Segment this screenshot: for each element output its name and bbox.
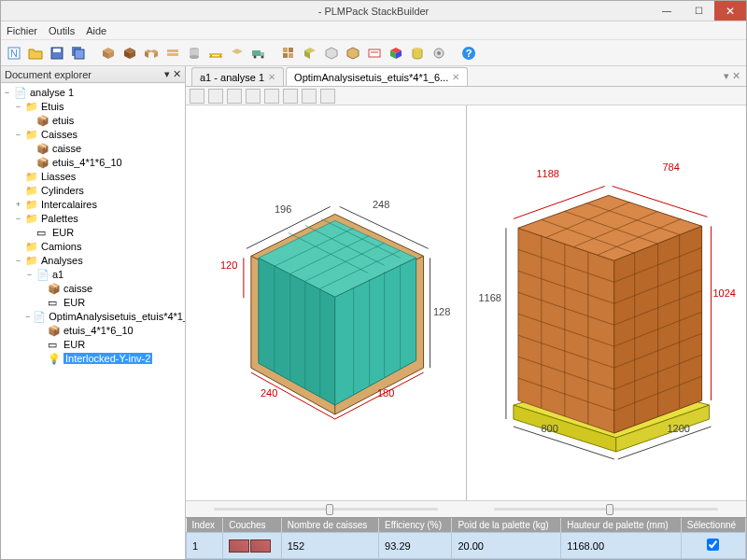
box-brown-icon[interactable] [99, 44, 118, 63]
tree-etuis-item[interactable]: etuis [52, 115, 74, 126]
svg-rect-6 [167, 49, 178, 52]
col-weight[interactable]: Poid de la palette (kg) [452, 518, 561, 533]
close-icon[interactable]: ✕ [268, 72, 275, 82]
col-eff[interactable]: Efficiency (%) [379, 518, 452, 533]
col-index[interactable]: Index [187, 518, 223, 533]
sheet-icon[interactable] [228, 44, 247, 63]
tree-caisses[interactable]: Caisses [41, 129, 78, 140]
analysis4-icon[interactable] [344, 44, 362, 63]
table-row[interactable]: 1 152 93.29 20.00 1168.00 [187, 533, 746, 559]
dim-1200: 1200 [668, 423, 690, 434]
cell-index: 1 [187, 533, 223, 559]
box-closed-icon[interactable] [120, 44, 139, 63]
analysis3-icon[interactable] [322, 44, 341, 63]
svg-rect-11 [209, 53, 222, 55]
explorer-title: Document explorer [5, 69, 92, 80]
maximize-button[interactable]: ☐ [683, 1, 714, 21]
tree-a1-eur[interactable]: EUR [63, 297, 85, 308]
view-btn-3[interactable] [227, 89, 242, 104]
menu-tools[interactable]: Outils [49, 25, 75, 36]
tree-cylinders[interactable]: Cylinders [41, 185, 84, 196]
tree-etuis[interactable]: Etuis [41, 101, 63, 112]
help-icon[interactable]: ? [459, 44, 478, 63]
col-layers[interactable]: Couches [223, 518, 282, 533]
analysis-icon[interactable] [279, 44, 298, 63]
tree-optim-item[interactable]: etuis_4*1*6_10 [63, 325, 134, 336]
db-icon[interactable] [408, 44, 427, 63]
tree-camions[interactable]: Camions [41, 241, 81, 252]
results-grid: Index Couches Nombre de caisses Efficien… [186, 517, 746, 560]
slider-row [186, 500, 746, 517]
tree-palettes[interactable]: Palettes [41, 213, 78, 224]
svg-rect-7 [167, 53, 178, 56]
svg-rect-20 [289, 48, 293, 52]
pallet-yellow-icon[interactable] [206, 44, 225, 63]
box-group-icon[interactable] [142, 44, 161, 63]
dim-248: 248 [373, 199, 389, 210]
open-icon[interactable] [26, 44, 45, 63]
tree-root[interactable]: analyse 1 [30, 87, 74, 98]
tree-liasses[interactable]: Liasses [41, 171, 76, 182]
tree-caisse-item2[interactable]: etuis_4*1*6_10 [52, 157, 122, 168]
view-btn-5[interactable] [264, 89, 279, 104]
tree-analyses[interactable]: Analyses [41, 255, 83, 266]
view-pane-box[interactable]: 196 248 120 128 240 180 [186, 105, 467, 500]
tree-eur[interactable]: EUR [52, 227, 74, 238]
tree-caisse-item[interactable]: caisse [52, 143, 81, 154]
cell-weight: 20.00 [452, 533, 561, 559]
tree-view[interactable]: −📄analyse 1 −📁Etuis 📦etuis −📁Caisses 📦ca… [1, 83, 185, 559]
view-btn-7[interactable] [302, 89, 317, 104]
dim-1168: 1168 [479, 292, 501, 303]
main-area: a1 - analyse 1✕ OptimAnalysisetuis_etuis… [186, 66, 746, 559]
bundle-icon[interactable] [163, 44, 182, 63]
minimize-button[interactable]: — [651, 1, 683, 21]
explorer-pin-icon[interactable]: ▾ ✕ [164, 68, 181, 80]
tree-selected[interactable]: Interlocked-Y-inv-2 [63, 353, 152, 364]
col-sel[interactable]: Sélectionné [681, 518, 745, 533]
view-btn-4[interactable] [246, 89, 261, 104]
svg-rect-13 [210, 55, 212, 57]
settings-icon[interactable] [430, 44, 448, 63]
svg-point-27 [437, 51, 441, 55]
col-height[interactable]: Hauteur de palette (mm) [561, 518, 682, 533]
svg-rect-21 [283, 53, 288, 58]
dim-120: 120 [220, 259, 237, 271]
tree-inter[interactable]: Intercalaires [41, 199, 97, 210]
document-explorer: Document explorer ▾ ✕ −📄analyse 1 −📁Etui… [1, 66, 186, 559]
menu-file[interactable]: Fichier [7, 25, 37, 36]
menu-help[interactable]: Aide [86, 25, 106, 36]
cube-color-icon[interactable] [387, 44, 405, 63]
tree-optim-eur[interactable]: EUR [63, 339, 85, 350]
new-icon[interactable]: N [5, 44, 23, 63]
svg-point-18 [261, 55, 264, 58]
tab-a1[interactable]: a1 - analyse 1✕ [191, 67, 284, 86]
svg-rect-16 [261, 52, 264, 56]
truck-icon[interactable] [249, 44, 268, 63]
view-btn-6[interactable] [283, 89, 298, 104]
view-btn-1[interactable] [190, 89, 204, 104]
menu-bar: Fichier Outils Aide [1, 21, 746, 40]
slider-left[interactable] [186, 501, 466, 517]
view-pane-pallet[interactable]: 1188 784 1168 1024 800 1200 [467, 105, 747, 500]
analysis-label-icon[interactable] [365, 44, 384, 63]
dim-128: 128 [433, 306, 450, 317]
slider-right[interactable] [466, 501, 746, 517]
view-btn-8[interactable] [320, 89, 335, 104]
tree-a1-caisse[interactable]: caisse [63, 283, 92, 294]
dim-240: 240 [261, 387, 277, 399]
cylinder-icon[interactable] [185, 44, 204, 63]
tree-optim[interactable]: OptimAnalysisetuis_etuis*4*1_61 [49, 311, 185, 322]
tabs-menu-icon[interactable]: ▾ ✕ [724, 70, 740, 82]
row-checkbox[interactable] [707, 539, 719, 551]
col-nboxes[interactable]: Nombre de caisses [281, 518, 378, 533]
tree-a1[interactable]: a1 [52, 269, 63, 280]
close-icon[interactable]: ✕ [452, 72, 459, 82]
save-all-icon[interactable] [69, 44, 88, 63]
tab-optim[interactable]: OptimAnalysisetuis_etuis*4*1_6...✕ [286, 67, 468, 86]
view-btn-2[interactable] [208, 89, 223, 104]
save-icon[interactable] [48, 44, 66, 63]
analysis2-icon[interactable] [301, 44, 319, 63]
svg-point-17 [254, 55, 257, 58]
cell-sel[interactable] [681, 533, 745, 559]
close-button[interactable]: ✕ [714, 1, 746, 21]
